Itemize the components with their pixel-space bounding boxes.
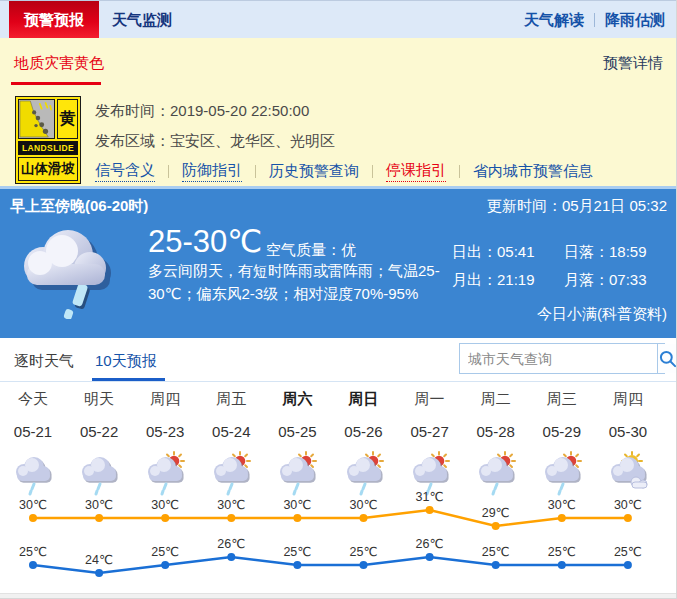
tab-warning-forecast[interactable]: 预警预报 — [9, 1, 99, 39]
svg-text:25℃: 25℃ — [350, 545, 378, 559]
warning-link[interactable]: 停课指引 — [386, 161, 446, 182]
day-name: 周三 — [529, 390, 595, 409]
day-date: 05-28 — [463, 423, 529, 440]
day-name: 明天 — [66, 390, 132, 409]
warning-type-underline — [11, 82, 101, 85]
day-date: 05-21 — [0, 423, 66, 440]
warning-link[interactable]: 省内城市预警信息 — [473, 162, 593, 182]
forecast-day-column: 周六05-25 — [264, 390, 330, 497]
forecast-day-column: 周一05-27 — [397, 390, 463, 497]
svg-text:30℃: 30℃ — [85, 498, 113, 512]
day-name: 周四 — [132, 390, 198, 409]
forecast-day-column: 周四05-30 — [595, 390, 661, 497]
divider — [168, 165, 169, 178]
svg-text:30℃: 30℃ — [548, 498, 576, 512]
tab-weather-monitor[interactable]: 天气监测 — [112, 1, 172, 39]
link-weather-interpretation[interactable]: 天气解读 — [524, 1, 584, 39]
divider — [459, 165, 460, 178]
day-date: 05-26 — [331, 423, 397, 440]
current-weather-panel: 早上至傍晚(06-20时) 更新时间：05月21日 05:32 — [0, 189, 677, 338]
sunset-time: 日落：18:59 — [564, 243, 647, 262]
svg-text:31℃: 31℃ — [416, 490, 444, 504]
ten-day-forecast: 今天05-21明天05-22周四05-23周五05-24周六05-25周日05-… — [0, 382, 677, 593]
update-time-value: 05月21日 05:32 — [562, 197, 667, 214]
warning-link[interactable]: 防御指引 — [182, 161, 242, 182]
cloud-rain-icon — [14, 219, 126, 319]
landslide-pictogram-icon — [18, 99, 55, 139]
forecast-day-column: 周二05-28 — [463, 390, 529, 497]
tab-ten-day-forecast[interactable]: 10天预报 — [95, 352, 157, 371]
air-quality-value: 优 — [341, 241, 356, 258]
update-time-label: 更新时间： — [487, 197, 562, 214]
publish-area-value: 宝安区、龙华区、光明区 — [170, 132, 335, 149]
svg-text:30℃: 30℃ — [217, 498, 245, 512]
temperature-chart: 30℃30℃30℃30℃30℃30℃31℃29℃30℃30℃25℃24℃25℃2… — [0, 490, 677, 593]
svg-text:25℃: 25℃ — [482, 545, 510, 559]
day-date: 05-29 — [529, 423, 595, 440]
solar-term-link[interactable]: 今日小满(科普资料) — [537, 305, 667, 324]
air-quality: 空气质量：优 — [266, 241, 356, 260]
divider — [372, 165, 373, 178]
publish-area-label: 发布区域： — [95, 132, 170, 149]
warning-detail-link[interactable]: 预警详情 — [603, 54, 663, 73]
svg-text:26℃: 26℃ — [416, 537, 444, 551]
day-date: 05-24 — [198, 423, 264, 440]
forecast-day-column: 周四05-23 — [132, 390, 198, 497]
day-name: 周六 — [264, 390, 330, 409]
search-icon — [658, 349, 677, 369]
svg-text:30℃: 30℃ — [19, 498, 47, 512]
moonrise-time: 月出：21:19 — [452, 271, 564, 290]
forecast-period-label: 早上至傍晚(06-20时) — [10, 197, 148, 216]
search-button[interactable] — [657, 344, 677, 373]
warning-link[interactable]: 信号含义 — [95, 161, 155, 182]
day-name: 周四 — [595, 390, 661, 409]
forecast-day-column: 周三05-29 — [529, 390, 595, 497]
warning-type-tab[interactable]: 地质灾害黄色 — [14, 54, 104, 73]
sunrise-time: 日出：05:41 — [452, 243, 564, 262]
weather-description: 多云间阴天，有短时阵雨或雷阵雨；气温25-30℃；偏东风2-3级；相对湿度70%… — [148, 259, 460, 305]
search-input[interactable] — [460, 344, 657, 373]
svg-text:30℃: 30℃ — [151, 498, 179, 512]
tab-hourly-weather[interactable]: 逐时天气 — [14, 352, 74, 371]
svg-text:24℃: 24℃ — [85, 553, 113, 567]
publish-time-row: 发布时间：2019-05-20 22:50:00 — [95, 102, 309, 121]
forecast-day-column: 明天05-22 — [66, 390, 132, 497]
temperature-range: 25-30℃ — [148, 223, 262, 260]
forecast-day-column: 周日05-26 — [331, 390, 397, 497]
day-date: 05-25 — [264, 423, 330, 440]
active-tab-underline — [92, 378, 165, 381]
divider — [255, 165, 256, 178]
publish-area-row: 发布区域：宝安区、龙华区、光明区 — [95, 132, 335, 151]
day-name: 周二 — [463, 390, 529, 409]
warning-en-label: LANDSLIDE — [18, 141, 78, 155]
day-name: 周一 — [397, 390, 463, 409]
forecast-tabs-bar: 逐时天气 10天预报 — [0, 338, 677, 382]
landslide-warning-icon: 黄 LANDSLIDE 山体滑坡 — [15, 96, 81, 184]
forecast-day-column: 周五05-24 — [198, 390, 264, 497]
svg-text:25℃: 25℃ — [283, 545, 311, 559]
footer-strip — [0, 593, 677, 599]
weather-page: 预警预报 天气监测 天气解读 降雨估测 地质灾害黄色 预警详情 — [0, 0, 677, 599]
day-name: 周日 — [331, 390, 397, 409]
divider — [594, 13, 595, 27]
svg-text:26℃: 26℃ — [217, 537, 245, 551]
moonset-time: 月落：07:33 — [564, 271, 647, 290]
top-tab-bar: 预警预报 天气监测 天气解读 降雨估测 — [0, 0, 677, 38]
svg-text:25℃: 25℃ — [19, 545, 47, 559]
day-date: 05-30 — [595, 423, 661, 440]
sun-moon-times: 日出：05:41 日落：18:59 月出：21:19 月落：07:33 — [452, 243, 670, 299]
day-date: 05-23 — [132, 423, 198, 440]
air-quality-label: 空气质量： — [266, 241, 341, 258]
city-search-box — [459, 343, 665, 374]
publish-time-label: 发布时间： — [95, 102, 170, 119]
warning-panel: 地质灾害黄色 预警详情 黄 — [0, 38, 677, 188]
warning-links-row: 信号含义防御指引历史预警查询停课指引省内城市预警信息 — [95, 161, 593, 182]
day-name: 周五 — [198, 390, 264, 409]
day-date: 05-22 — [66, 423, 132, 440]
day-name: 今天 — [0, 390, 66, 409]
warning-name-label: 山体滑坡 — [18, 157, 78, 181]
warning-level-label: 黄 — [57, 99, 78, 139]
svg-text:30℃: 30℃ — [350, 498, 378, 512]
warning-link[interactable]: 历史预警查询 — [269, 162, 359, 182]
link-rain-estimate[interactable]: 降雨估测 — [605, 1, 665, 39]
